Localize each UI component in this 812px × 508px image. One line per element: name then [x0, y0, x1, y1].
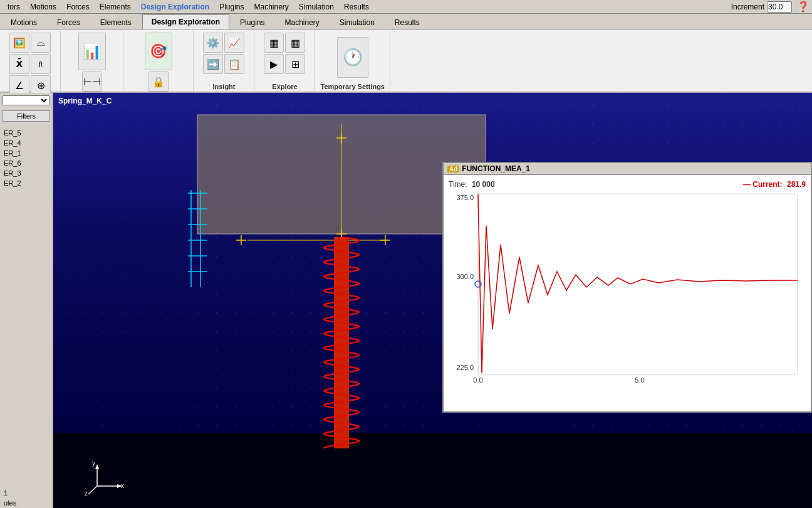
svg-text:z: z [85, 490, 88, 495]
menu-results[interactable]: Results [339, 1, 374, 13]
svg-text:0.0: 0.0 [473, 376, 482, 384]
tab-simulation[interactable]: Simulation [330, 15, 384, 29]
sidebar-item-oles[interactable]: oles [0, 498, 53, 508]
svg-text:225.0: 225.0 [456, 364, 474, 371]
sidebar-dropdown[interactable] [3, 95, 49, 105]
increment-label: Increment [731, 3, 764, 11]
svg-text:x: x [121, 482, 124, 489]
svg-text:5.0: 5.0 [635, 376, 644, 384]
tab-motions[interactable]: Motions [1, 15, 46, 29]
ribbon-group-measures: 🖼️ ⌓ X̄ ft ∠ ⊕ fn 〜 Measures [0, 30, 61, 92]
ribbon-btn-insight-2[interactable]: ➡️ [203, 54, 223, 74]
ribbon-btn-design-eval-2[interactable]: 🔒 [148, 71, 169, 92]
sidebar-item-er4[interactable]: ER_4 [0, 138, 53, 148]
ribbon-btn-insight-4[interactable]: 📋 [224, 54, 244, 74]
ribbon-btn-measure-1[interactable]: 🖼️ [9, 33, 29, 53]
ribbon-tabs: Motions Forces Elements Design Explorati… [0, 14, 812, 30]
ribbon-group-explore: ▦ ▶ ▦ ⊞ Explore [254, 30, 315, 92]
ribbon-btn-explore-1[interactable]: ▦ [264, 33, 284, 53]
tab-results[interactable]: Results [385, 15, 429, 29]
plot-time-label: Time: 10 000 [449, 180, 495, 189]
ribbon-group-instrumentation: 📊 ⊢⊣ 🔒 🖩 Instrumentation [61, 30, 123, 92]
main-area: Filters ER_5 ER_4 ER_1 ER_6 ER_3 ER_2 1 … [0, 93, 812, 508]
ribbon-btn-explore-4[interactable]: ⊞ [285, 54, 305, 74]
menu-plugins[interactable]: Plugins [214, 1, 249, 13]
ribbon-btn-insight-1[interactable]: ⚙️ [203, 33, 223, 53]
plot-title: FUNCTION_MEA_1 [462, 164, 530, 173]
plot-title-bar: Ad FUNCTION_MEA_1 [444, 163, 811, 175]
function-plot[interactable]: Ad FUNCTION_MEA_1 Time: 10 000 — Current… [442, 162, 812, 413]
tab-elements[interactable]: Elements [91, 15, 141, 29]
insight-label: Insight [212, 83, 235, 90]
model-label: Spring_M_K_C [58, 97, 112, 105]
menu-motions[interactable]: Motions [25, 1, 61, 13]
tab-plugins[interactable]: Plugins [231, 15, 274, 29]
explore-label: Explore [272, 83, 297, 90]
plot-ad-badge: Ad [447, 166, 459, 172]
menu-design-exploration[interactable]: Design Exploration [136, 1, 214, 13]
sidebar-item-er3[interactable]: ER_3 [0, 168, 53, 178]
ribbon-btn-explore-3[interactable]: ▦ [285, 33, 305, 53]
plot-content: Time: 10 000 — Current: 281.9 375.0 300.… [444, 175, 811, 408]
menu-machinery[interactable]: Machinery [249, 1, 293, 13]
svg-text:y: y [92, 460, 95, 467]
ribbon-btn-measure-4[interactable]: ft [31, 54, 51, 74]
ribbon-group-temporary-settings: 🕐 Temporary Settings [315, 30, 390, 92]
plot-svg: 375.0 300.0 225.0 0.0 5.0 [449, 191, 806, 386]
temporary-settings-label: Temporary Settings [320, 83, 385, 90]
sidebar: Filters ER_5 ER_4 ER_1 ER_6 ER_3 ER_2 1 … [0, 93, 53, 508]
svg-line-15 [88, 486, 97, 494]
ribbon-btn-temp-settings-main[interactable]: 🕐 [337, 37, 368, 78]
svg-text:300.0: 300.0 [456, 273, 474, 280]
ribbon-group-design-evaluation: 🎯 🔒 📤 ⬡ Design Evaluation [123, 30, 194, 92]
sidebar-item-er6[interactable]: ER_6 [0, 158, 53, 168]
viewport[interactable]: Spring_M_K_C Ad FUNCTION_MEA_1 Time: 10 … [53, 93, 812, 508]
sidebar-item-1[interactable]: 1 [0, 488, 53, 498]
svg-marker-11 [95, 464, 99, 469]
axes-indicator: y x z [85, 458, 128, 495]
menu-elements[interactable]: Elements [95, 1, 136, 13]
ribbon-btn-design-eval-main[interactable]: 🎯 [145, 33, 172, 70]
svg-text:375.0: 375.0 [456, 194, 474, 201]
menu-simulation[interactable]: Simulation [294, 1, 339, 13]
tab-design-exploration[interactable]: Design Exploration [142, 14, 229, 29]
bottom-strip: y x z [53, 448, 812, 508]
help-icon[interactable]: ❓ [797, 1, 809, 13]
sidebar-item-er1[interactable]: ER_1 [0, 148, 53, 158]
sidebar-items: ER_5 ER_4 ER_1 ER_6 ER_3 ER_2 [0, 128, 53, 188]
ribbon: 🖼️ ⌓ X̄ ft ∠ ⊕ fn 〜 Measures 📊 ⊢⊣ 🔒 🖩 In… [0, 30, 812, 93]
filters-button[interactable]: Filters [3, 110, 50, 122]
ribbon-btn-insight-3[interactable]: 📈 [224, 33, 244, 53]
menu-tors[interactable]: tors [3, 1, 25, 13]
ribbon-btn-explore-2[interactable]: ▶ [264, 54, 284, 74]
tab-forces[interactable]: Forces [48, 15, 90, 29]
tab-machinery[interactable]: Machinery [275, 15, 328, 29]
increment-input[interactable] [767, 1, 792, 13]
ribbon-btn-instrument-main[interactable]: 📊 [78, 33, 106, 70]
ribbon-btn-measure-2[interactable]: ⌓ [31, 33, 51, 53]
sidebar-item-er5[interactable]: ER_5 [0, 128, 53, 138]
plot-current-label: — Current: 281.9 [743, 180, 806, 189]
ribbon-btn-instrument-2[interactable]: ⊢⊣ [82, 71, 102, 92]
ribbon-group-insight: ⚙️ ➡️ 📈 📋 Insight [194, 30, 254, 92]
sidebar-item-er2[interactable]: ER_2 [0, 178, 53, 188]
ribbon-btn-measure-3[interactable]: X̄ [9, 54, 29, 74]
menu-bar: tors Motions Forces Elements Design Expl… [0, 0, 812, 14]
menu-forces[interactable]: Forces [61, 1, 95, 13]
